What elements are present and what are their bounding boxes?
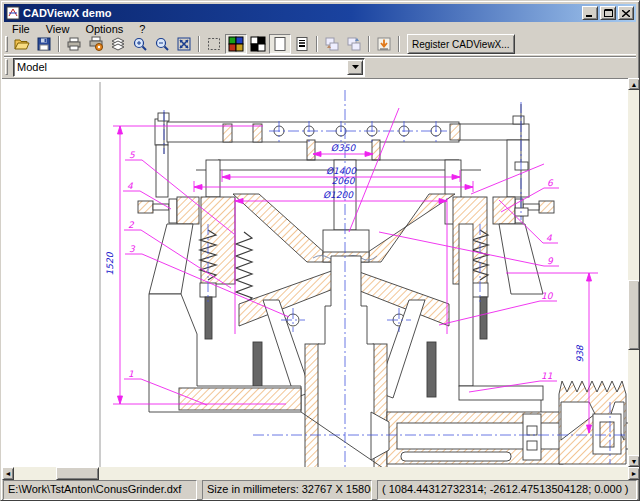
toolbar-separator bbox=[58, 36, 60, 52]
close-button[interactable] bbox=[618, 6, 634, 20]
zoom-out-button[interactable] bbox=[151, 34, 173, 54]
horizontal-scroll-thumb[interactable] bbox=[56, 467, 99, 480]
layout-combo[interactable]: Model bbox=[13, 58, 365, 77]
app-icon bbox=[6, 6, 20, 20]
open-folder-icon bbox=[14, 36, 30, 52]
scroll-right-button[interactable]: ► bbox=[628, 467, 640, 480]
line-weights-button[interactable] bbox=[291, 34, 313, 54]
layout-row: Model bbox=[4, 56, 636, 77]
machine-body bbox=[138, 104, 628, 467]
printer-icon bbox=[66, 36, 82, 52]
balloon-label: 2 bbox=[128, 220, 135, 230]
select-area-button[interactable] bbox=[203, 34, 225, 54]
export-view-button[interactable] bbox=[373, 34, 395, 54]
toolbar-separator bbox=[368, 36, 370, 52]
scroll-up-button[interactable]: ▲ bbox=[628, 78, 640, 90]
lined-page-icon bbox=[294, 36, 310, 52]
paste-view-button[interactable] bbox=[343, 34, 365, 54]
horizontal-scrollbar[interactable]: ◄ ► bbox=[2, 467, 640, 480]
balloon-label: 9 bbox=[547, 256, 554, 266]
dimension-label: Ø350 bbox=[331, 143, 357, 153]
balloon-label: 1 bbox=[128, 369, 134, 379]
dimension-label: Ø1200 bbox=[323, 190, 354, 200]
toolbar: Register CADViewX... bbox=[4, 34, 636, 55]
scroll-down-button[interactable]: ▼ bbox=[628, 455, 640, 467]
copy-view-button[interactable] bbox=[321, 34, 343, 54]
dimension-label: 1520 bbox=[105, 251, 115, 275]
zoom-extents-button[interactable] bbox=[173, 34, 195, 54]
status-file-path: E:\Work\TstAnton\ConusGrinder.dxf bbox=[3, 480, 197, 500]
layers-icon bbox=[110, 36, 126, 52]
dimension-label: 938 bbox=[575, 344, 585, 362]
color-mode-button[interactable] bbox=[225, 34, 247, 54]
balloon-label: 6 bbox=[547, 178, 554, 188]
selection-marquee-icon bbox=[206, 36, 222, 52]
color-squares-icon bbox=[228, 36, 244, 52]
layers-button[interactable] bbox=[107, 34, 129, 54]
combo-grip[interactable] bbox=[5, 59, 8, 75]
cad-drawing: Ø350 Ø1400 2060 Ø1200 1520 938 5 4 2 3 1… bbox=[2, 79, 628, 467]
balloon-label: 4 bbox=[546, 233, 552, 243]
layout-combo-value: Model bbox=[14, 61, 347, 73]
status-bar: E:\Work\TstAnton\ConusGrinder.dxf Size i… bbox=[3, 480, 637, 500]
combo-dropdown-button[interactable] bbox=[347, 60, 363, 75]
floppy-icon bbox=[36, 36, 52, 52]
balloon-label: 3 bbox=[129, 244, 136, 254]
save-file-button[interactable] bbox=[33, 34, 55, 54]
vertical-scrollbar[interactable]: ▲ ▼ bbox=[628, 78, 640, 467]
open-file-button[interactable] bbox=[11, 34, 33, 54]
maximize-button[interactable] bbox=[600, 6, 616, 20]
black-white-squares-icon bbox=[250, 36, 266, 52]
status-size-info: Size in millimeters: 32767 X 15806 bbox=[202, 480, 372, 500]
copy-view-icon bbox=[324, 36, 340, 52]
toolbar-separator bbox=[398, 36, 400, 52]
export-arrow-icon bbox=[376, 36, 392, 52]
balloon-label: 4 bbox=[127, 181, 133, 191]
app-window: CADViewX demo File View Options ? bbox=[0, 0, 640, 501]
black-white-mode-button[interactable] bbox=[247, 34, 269, 54]
white-background-button[interactable] bbox=[269, 34, 291, 54]
title-bar[interactable]: CADViewX demo bbox=[4, 4, 636, 22]
toolbar-grip[interactable] bbox=[5, 36, 8, 52]
toolbar-separator bbox=[316, 36, 318, 52]
window-title: CADViewX demo bbox=[23, 7, 580, 19]
zoom-extents-icon bbox=[176, 36, 192, 52]
printer-settings-icon bbox=[88, 36, 104, 52]
toolbar-separator bbox=[198, 36, 200, 52]
balloon-label: 11 bbox=[541, 371, 553, 381]
scroll-left-button[interactable]: ◄ bbox=[2, 467, 14, 480]
balloon-label: 5 bbox=[129, 150, 136, 160]
zoom-in-button[interactable] bbox=[129, 34, 151, 54]
zoom-out-icon bbox=[154, 36, 170, 52]
print-button[interactable] bbox=[63, 34, 85, 54]
paste-view-icon bbox=[346, 36, 362, 52]
white-page-icon bbox=[272, 36, 288, 52]
print-options-button[interactable] bbox=[85, 34, 107, 54]
vertical-scroll-thumb[interactable] bbox=[628, 280, 640, 350]
zoom-in-icon bbox=[132, 36, 148, 52]
status-coordinates: ( 1084.44312732314; -2612.47513504128; 0… bbox=[377, 480, 637, 500]
chevron-down-icon bbox=[352, 65, 359, 69]
balloon-label: 10 bbox=[541, 291, 554, 301]
drawing-canvas[interactable]: Ø350 Ø1400 2060 Ø1200 1520 938 5 4 2 3 1… bbox=[2, 78, 628, 467]
register-button[interactable]: Register CADViewX... bbox=[407, 34, 515, 54]
minimize-button[interactable] bbox=[582, 6, 598, 20]
dimension-label: 2060 bbox=[332, 176, 356, 186]
dimension-label: Ø1400 bbox=[326, 166, 357, 176]
